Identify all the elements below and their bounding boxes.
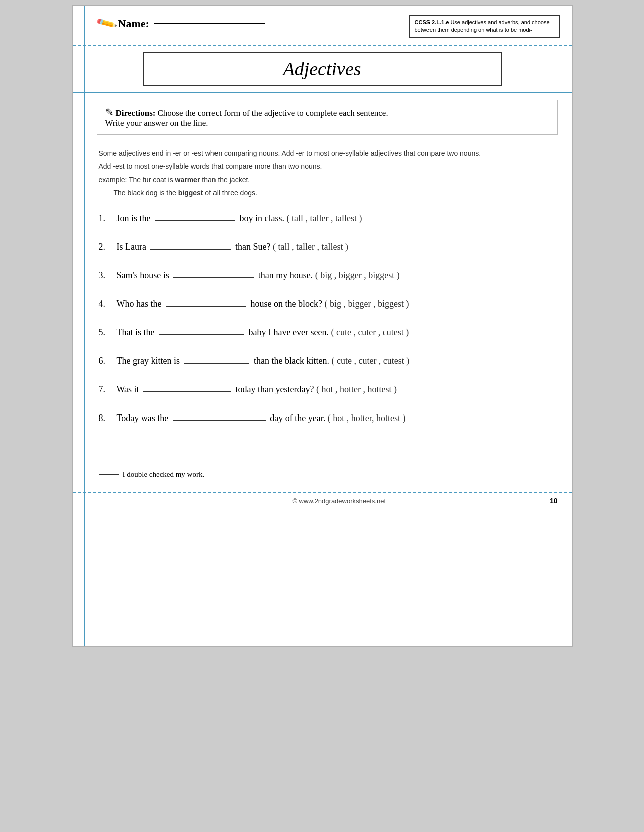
question-1: 1. Jon is the boy in class. ( tall , tal… xyxy=(99,212,558,225)
q2-number: 2. xyxy=(99,240,114,254)
title-area: Adjectives xyxy=(73,46,572,93)
header-section: ✏️ Name: CCSS 2.L.1.e Use adjectives and… xyxy=(73,6,572,46)
q5-text: That is the baby I have ever seen. ( cut… xyxy=(117,326,409,339)
q1-answer-line xyxy=(155,220,235,221)
q4-number: 4. xyxy=(99,297,114,311)
q6-text: The gray kitten is than the black kitten… xyxy=(117,354,410,368)
question-2: 2. Is Laura than Sue? ( tall , taller , … xyxy=(99,240,558,254)
copyright-text: © www.2ndgradeworksheets.net xyxy=(129,497,550,505)
q8-options: ( hot , hotter, hottest ) xyxy=(328,413,406,423)
q1-options: ( tall , taller , tallest ) xyxy=(287,213,362,223)
q8-number: 8. xyxy=(99,411,114,425)
q7-options: ( hot , hotter , hottest ) xyxy=(316,384,397,394)
rule-example-1: example: The fur coat is warmer than the… xyxy=(99,174,558,185)
q4-text: Who has the house on the block? ( big , … xyxy=(117,297,409,311)
q7-number: 7. xyxy=(99,383,114,396)
question-7: 7. Was it today than yesterday? ( hot , … xyxy=(99,383,558,396)
question-4: 4. Who has the house on the block? ( big… xyxy=(99,297,558,311)
q3-number: 3. xyxy=(99,269,114,282)
directions-text: Choose the correct form of the adjective… xyxy=(157,108,388,118)
rule-1: Some adjectives end in -er or -est when … xyxy=(99,148,558,159)
q5-options: ( cute , cuter , cutest ) xyxy=(331,327,409,337)
q4-answer-line xyxy=(166,306,246,307)
ccss-box: CCSS 2.L.1.e Use adjectives and adverbs,… xyxy=(409,15,560,38)
page-title: Adjectives xyxy=(283,58,361,79)
q7-text: Was it today than yesterday? ( hot , hot… xyxy=(117,383,397,396)
q6-number: 6. xyxy=(99,354,114,368)
question-8: 8. Today was the day of the year. ( hot … xyxy=(99,411,558,425)
name-underline xyxy=(154,23,265,24)
q3-options: ( big , bigger , biggest ) xyxy=(315,270,400,280)
q5-answer-line xyxy=(159,334,244,335)
bottom-section: I double checked my work. xyxy=(73,440,572,488)
ccss-title: CCSS 2.L.1.e xyxy=(415,19,449,25)
rules-area: Some adjectives end in -er or -est when … xyxy=(73,140,572,204)
q2-answer-line xyxy=(150,249,231,250)
q5-number: 5. xyxy=(99,326,114,339)
q8-text: Today was the day of the year. ( hot , h… xyxy=(117,411,406,425)
questions-area: 1. Jon is the boy in class. ( tall , tal… xyxy=(73,203,572,425)
title-box: Adjectives xyxy=(143,52,502,86)
q1-text: Jon is the boy in class. ( tall , taller… xyxy=(117,212,362,225)
q2-text: Is Laura than Sue? ( tall , taller , tal… xyxy=(117,240,348,254)
q4-options: ( big , bigger , biggest ) xyxy=(324,299,409,309)
footer-section: © www.2ndgradeworksheets.net 10 xyxy=(73,492,572,509)
name-section: ✏️ Name: xyxy=(98,15,265,32)
question-6: 6. The gray kitten is than the black kit… xyxy=(99,354,558,368)
directions-area: ✎ Directions: Choose the correct form of… xyxy=(97,100,558,135)
q3-answer-line xyxy=(173,277,254,278)
pencil-icon: ✏️ xyxy=(95,12,118,35)
page-number: 10 xyxy=(550,497,558,505)
directions-text-line2: Write your answer on the line. xyxy=(105,118,208,128)
check-line xyxy=(99,474,119,475)
question-5: 5. That is the baby I have ever seen. ( … xyxy=(99,326,558,339)
page: ✏️ Name: CCSS 2.L.1.e Use adjectives and… xyxy=(72,5,573,647)
left-margin-line xyxy=(84,6,85,646)
q6-options: ( cute , cuter , cutest ) xyxy=(331,356,409,366)
q1-number: 1. xyxy=(99,212,114,225)
q6-answer-line xyxy=(184,363,249,364)
question-3: 3. Sam's house is than my house. ( big ,… xyxy=(99,269,558,282)
double-check-text: I double checked my work. xyxy=(123,470,205,479)
name-label: Name: xyxy=(118,17,149,30)
q3-text: Sam's house is than my house. ( big , bi… xyxy=(117,269,400,282)
rule-2: Add -est to most one-syllable words that… xyxy=(99,161,558,172)
directions-icon: ✎ xyxy=(105,107,114,118)
directions-bold: Directions: xyxy=(116,108,156,118)
double-check-row: I double checked my work. xyxy=(99,470,558,479)
q2-options: ( tall , taller , tallest ) xyxy=(273,242,348,252)
rule-example-2: The black dog is the biggest of all thre… xyxy=(99,187,558,198)
q8-answer-line xyxy=(173,420,266,421)
q7-answer-line xyxy=(143,391,231,392)
